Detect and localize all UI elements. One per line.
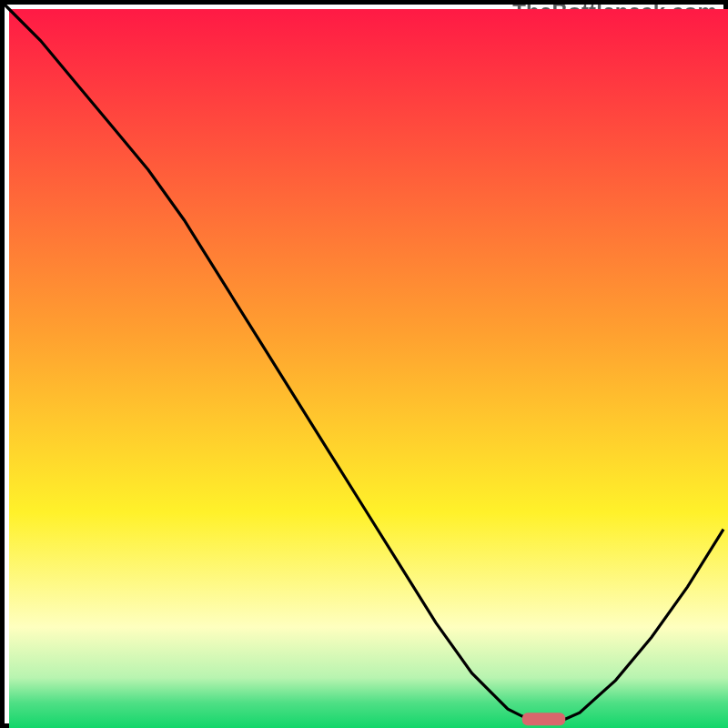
chart-background-gradient <box>9 9 728 728</box>
chart-frame <box>0 0 728 728</box>
